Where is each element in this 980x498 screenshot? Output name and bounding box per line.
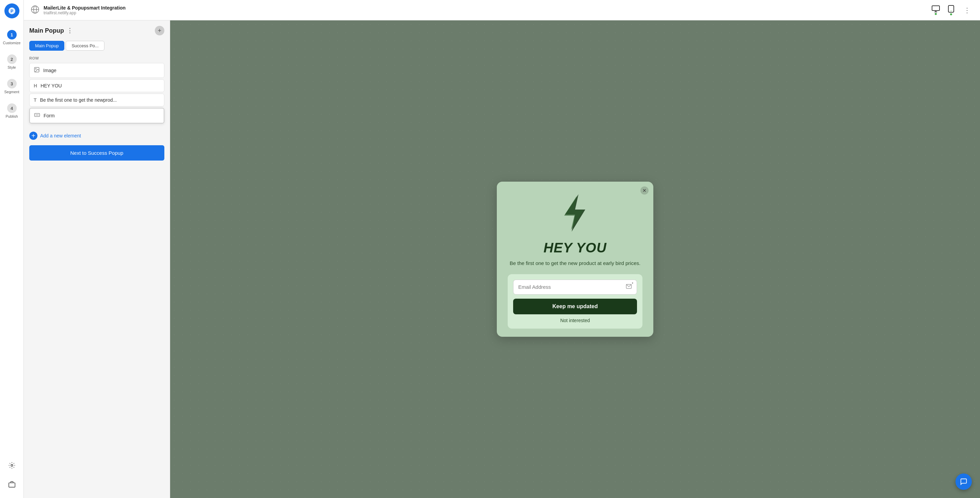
preview-area: ✕ HEY YOU Be the first one to get the ne… [170,21,980,498]
sidebar-nav: P 1 Customize 2 Style 3 Segment 4 Publis… [0,0,24,498]
element-label-image: Image [43,68,56,73]
sidebar-item-style[interactable]: 2 Style [2,53,21,72]
text-icon: T [34,97,37,103]
panel-title-more-button[interactable]: ⋮ [67,27,73,34]
form-icon [34,112,40,119]
mobile-view-button[interactable] [947,4,956,17]
panel-add-button[interactable]: + [155,26,164,35]
sidebar-bottom [5,458,19,495]
popup-form-area: * Keep me updated Not interested [508,274,643,329]
sidebar-item-segment[interactable]: 3 Segment [2,77,21,96]
element-label-text: Be the first one to get the newprod... [40,97,117,103]
popup-heading: HEY YOU [543,240,607,255]
image-icon [34,67,40,74]
customize-panel: Main Popup ⋮ + Main Popup Success Po... … [24,21,170,498]
tab-main-popup[interactable]: Main Popup [29,41,64,51]
step-circle-2: 2 [7,54,17,64]
svg-point-13 [35,68,36,69]
row-section-label: ROW [29,56,164,60]
app-title-area: MailerLite & Popupsmart Integration tria… [43,5,926,15]
panel-title-area: Main Popup ⋮ [29,27,73,34]
top-bar: MailerLite & Popupsmart Integration tria… [24,0,980,21]
briefcase-button[interactable] [5,477,19,491]
tab-success-popup[interactable]: Success Po... [66,41,104,51]
panel-tabs: Main Popup Success Po... [29,41,164,51]
step-circle-4: 4 [7,103,17,113]
step-label-1: Customize [3,41,21,45]
svg-rect-3 [8,483,14,487]
sidebar-item-publish[interactable]: 4 Publish [2,101,21,121]
settings-button[interactable] [5,458,19,472]
desktop-active-dot [935,13,937,15]
mail-icon [626,283,632,291]
mobile-active-dot [950,13,952,15]
element-row-image[interactable]: Image [29,63,164,78]
email-input-row: * [513,280,637,294]
step-label-4: Publish [5,114,18,118]
add-element-label: Add a new element [40,133,81,138]
panel-title-text: Main Popup [29,27,64,34]
app-url: trialfirst.netlify.app [43,11,926,15]
svg-marker-17 [564,196,584,230]
add-element-plus-icon: + [29,132,37,140]
step-label-2: Style [8,65,16,69]
add-element-button[interactable]: + Add a new element [29,129,164,143]
svg-rect-7 [932,6,940,11]
chat-widget-button[interactable] [956,474,972,490]
svg-point-11 [951,11,951,11]
required-star: * [632,282,633,286]
more-options-button[interactable]: ⋮ [961,5,973,16]
sidebar-item-customize[interactable]: 1 Customize [2,28,21,47]
step-circle-3: 3 [7,79,17,88]
svg-text:P: P [10,9,13,14]
top-bar-controls: ⋮ [930,4,973,17]
app-name: MailerLite & Popupsmart Integration [43,5,926,11]
element-label-heading: HEY YOU [40,83,62,88]
element-row-heading[interactable]: H HEY YOU [29,79,164,92]
heading-icon: H [34,83,37,88]
step-circle-1: 1 [7,30,17,40]
app-logo[interactable]: P [5,3,19,18]
globe-icon [30,5,40,15]
next-to-success-popup-button[interactable]: Next to Success Popup [29,145,164,161]
popup-logo [558,193,592,235]
popup-subtext: Be the first one to get the new product … [510,259,640,267]
submit-button[interactable]: Keep me updated [513,299,637,314]
popup-close-button[interactable]: ✕ [640,186,649,194]
desktop-view-button[interactable] [930,4,941,16]
step-label-3: Segment [4,90,19,94]
email-input[interactable] [518,284,626,290]
panel-header: Main Popup ⋮ + [29,26,164,35]
element-row-form[interactable]: Form [29,108,164,124]
element-row-text[interactable]: T Be the first one to get the newprod... [29,94,164,107]
element-label-form: Form [43,113,55,118]
popup-card: ✕ HEY YOU Be the first one to get the ne… [497,181,653,337]
element-list: Image H HEY YOU T Be the first one to ge… [29,63,164,124]
decline-button[interactable]: Not interested [513,318,637,323]
svg-point-2 [11,464,13,466]
